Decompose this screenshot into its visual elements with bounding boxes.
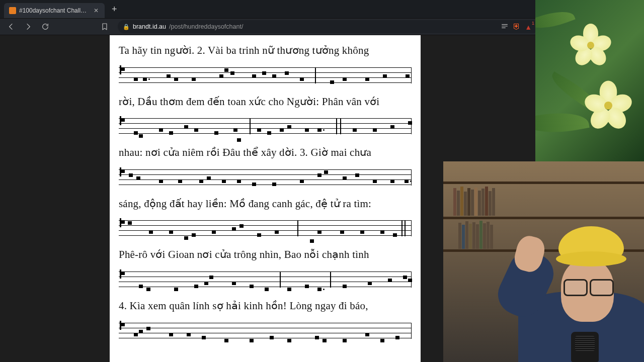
lyric-line: 4. Kìa xem quân lính sợ hải kinh hồn! Lò… [119, 298, 412, 315]
titlebar: #100daysofchant Challenge ✕ + ﹀ — ▢ ✕ [0, 0, 644, 18]
url-bar[interactable]: 🔒 brandt.id.au/post/hundreddaysofchant/ … [118, 20, 539, 33]
vertical-scrollbar[interactable] [637, 35, 644, 362]
tab-title: #100daysofchant Challenge [19, 7, 90, 14]
new-tab-button[interactable]: + [109, 4, 120, 15]
page-content[interactable]: Ta hãy tin người. 2. Vài ba trinh nữ thư… [110, 35, 421, 362]
bookmark-button[interactable] [98, 20, 112, 34]
download-icon[interactable] [578, 20, 592, 34]
lyric-line: rời, Dầu thơm đem đến toan xức cho Người… [119, 94, 412, 111]
window-minimize-button[interactable]: — [586, 4, 599, 14]
chant-staff [119, 113, 412, 139]
browser-tab[interactable]: #100daysofchant Challenge ✕ [4, 3, 105, 18]
toolbar: 🔒 brandt.id.au/post/hundreddaysofchant/ … [0, 18, 644, 35]
app-menu-button[interactable] [626, 20, 640, 34]
window-maximize-button[interactable]: ▢ [607, 4, 620, 14]
tab-favicon [9, 7, 16, 14]
lyric-line: Phê-rô với Gioan nơi cửa trông nhìn, Bao… [119, 246, 412, 263]
tab-close-icon[interactable]: ✕ [93, 7, 100, 14]
forward-button[interactable] [21, 20, 35, 34]
window-close-button[interactable]: ✕ [628, 4, 640, 14]
browser-viewport: Ta hãy tin người. 2. Vài ba trinh nữ thư… [0, 35, 644, 362]
chant-staff [119, 62, 412, 88]
window-controls: ﹀ — ▢ ✕ [566, 4, 640, 15]
chant-staff [119, 164, 412, 191]
svg-rect-5 [615, 24, 618, 25]
reload-button[interactable] [38, 20, 52, 34]
url-path: /post/hundreddaysofchant/ [169, 23, 243, 30]
reader-mode-icon[interactable] [501, 22, 509, 32]
brave-rewards-icon[interactable]: ▲1 [525, 23, 534, 31]
translate-icon[interactable]: 🔤 [545, 20, 559, 34]
tab-dropdown-icon[interactable]: ﹀ [566, 4, 578, 15]
history-icon[interactable] [561, 20, 576, 34]
url-host: brandt.id.au [133, 23, 166, 30]
lyric-line: sáng, động đất hay liền: Mồ đang canh gá… [119, 196, 412, 213]
chant-staff [119, 266, 412, 293]
extensions-icon[interactable] [594, 20, 608, 34]
scrollbar-thumb[interactable] [638, 35, 643, 65]
brave-shields-icon[interactable]: ⛨ [512, 22, 522, 32]
lyric-line: nhau: nơi cửa niêm rồi Đâu thể xây dời. … [119, 144, 412, 161]
chant-staff [119, 318, 412, 344]
wallet-icon[interactable] [610, 20, 624, 34]
lyric-line: Ta hãy tin người. 2. Vài ba trinh nữ thư… [119, 42, 412, 59]
lock-icon: 🔒 [123, 24, 130, 30]
chant-staff [119, 215, 412, 241]
back-button[interactable] [4, 20, 18, 34]
